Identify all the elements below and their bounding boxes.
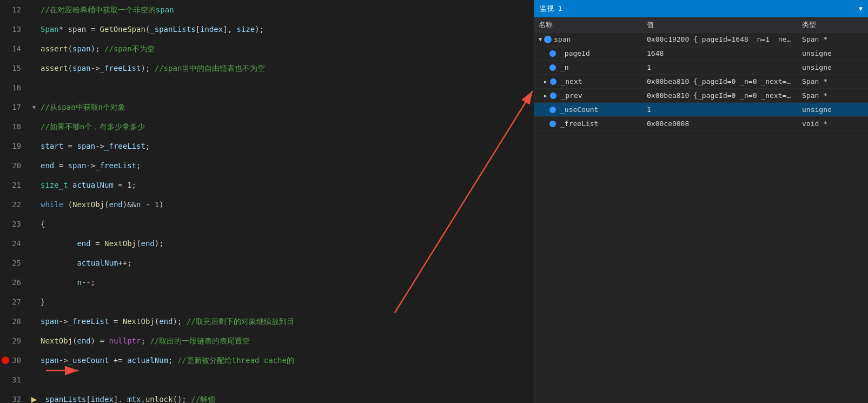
current-execution-arrow: ▶: [31, 394, 37, 403]
watch-row-prev-type: Span *: [798, 90, 868, 101]
dot-icon-prev: [550, 93, 556, 99]
watch-row-freeList-name: _freeList: [534, 118, 642, 129]
line-marker-17: ▼: [30, 104, 38, 111]
line-content-15: assert(span->_freeList); //span当中的自由链表也不…: [38, 58, 534, 78]
line-number-26: 26: [0, 278, 30, 287]
watch-row-span-name: ▼ span: [534, 34, 642, 44]
code-line-27: 27 }: [0, 292, 534, 312]
code-line-19: 19 start = span->_freeList;: [0, 136, 534, 156]
code-line-28: 28 span->_freeList = NextObj(end); //取完后…: [0, 312, 534, 331]
watch-row-prev[interactable]: ▶ _prev 0x00bea810 {_pageId=0 _n=0 _next…: [534, 89, 868, 103]
line-number-21: 21: [0, 181, 30, 189]
line-content-13: Span* span = GetOneSpan(_spanLists[index…: [38, 19, 534, 39]
line-number-23: 23: [0, 220, 30, 228]
code-editor: 12 //在对应哈希桶中获取一个非空的span 13 Span* span = …: [0, 0, 534, 403]
watch-col-name-header: 名称: [534, 18, 642, 32]
line-content-19: start = span->_freeList;: [38, 136, 534, 156]
line-content-28: span->_freeList = NextObj(end); //取完后剩下的…: [38, 312, 534, 331]
watch-row-next[interactable]: ▶ _next 0x00bea810 {_pageId=0 _n=0 _next…: [534, 75, 868, 89]
line-number-12: 12: [0, 5, 30, 14]
span-label: span: [554, 35, 571, 43]
code-line-16: 16: [0, 78, 534, 97]
line-content-25: actualNum++;: [38, 253, 534, 273]
watch-row-freeList[interactable]: _freeList 0x00ce0008 void *: [534, 117, 868, 131]
line-content-14: assert(span); //span不为空: [38, 39, 534, 58]
next-label: _next: [561, 77, 582, 85]
pageId-label: _pageId: [560, 49, 590, 57]
code-line-29: 29 NextObj(end) = nullptr; //取出的一段链表的表尾置…: [0, 331, 534, 351]
line-number-20: 20: [0, 161, 30, 170]
watch-row-n[interactable]: _n 1 unsigne: [534, 61, 868, 75]
watch-row-n-type: unsigne: [798, 62, 868, 72]
line-number-14: 14: [0, 44, 30, 53]
line-number-27: 27: [0, 298, 30, 306]
expand-icon-next[interactable]: ▶: [544, 79, 547, 84]
line-content-24: end = NextObj(end);: [38, 234, 534, 253]
line-number-31: 31: [0, 375, 30, 384]
code-line-17: 17 ▼ //从span中获取n个对象: [0, 97, 534, 117]
watch-row-span[interactable]: ▼ span 0x00c19200 {_pageId=1648 _n=1 _ne…: [534, 32, 868, 47]
line-number-22: 22: [0, 200, 30, 209]
freeList-label: _freeList: [560, 120, 598, 128]
code-lines: 12 //在对应哈希桶中获取一个非空的span 13 Span* span = …: [0, 0, 534, 403]
watch-row-freeList-val: 0x00ce0008: [642, 118, 798, 129]
line-number-19: 19: [0, 142, 30, 150]
watch-row-span-type: Span *: [798, 34, 868, 44]
line-number-28: 28: [0, 317, 30, 326]
watch-row-next-val: 0x00bea810 {_pageId=0 _n=0 _next=0x00c19…: [642, 76, 798, 87]
watch-row-pageId-val: 1648: [642, 48, 798, 58]
watch-panel-collapse[interactable]: ▼: [859, 5, 863, 12]
line-content-12: //在对应哈希桶中获取一个非空的span: [38, 0, 534, 19]
dot-icon-useCount: [549, 107, 556, 113]
watch-row-pageId-name: _pageId: [534, 48, 642, 58]
comment: //在对应哈希桶中获取一个非空的span: [41, 5, 174, 14]
dot-icon-freeList: [549, 121, 556, 127]
code-line-12: 12 //在对应哈希桶中获取一个非空的span: [0, 0, 534, 19]
line-number-17: 17: [0, 103, 30, 111]
code-line-25: 25 actualNum++;: [0, 253, 534, 273]
line-number-30: 30: [0, 356, 30, 365]
line-number-18: 18: [0, 122, 30, 131]
useCount-label: _useCount: [560, 105, 598, 114]
line-content-27: }: [38, 292, 534, 312]
line-content-30: span->_useCount += actualNum; //更新被分配给th…: [38, 351, 534, 370]
code-line-31: 31: [0, 370, 534, 389]
watch-panel: 监视 1 ▼ 名称 值 类型 ▼ span 0x00c19200 {_pageI…: [534, 0, 868, 403]
line-content-22: while (NextObj(end)&&n - 1): [38, 195, 534, 214]
watch-row-next-name: ▶ _next: [534, 76, 642, 87]
watch-column-headers: 名称 值 类型: [534, 17, 868, 32]
expand-icon-span[interactable]: ▼: [539, 36, 542, 42]
prev-label: _prev: [561, 91, 582, 100]
watch-col-val-header: 值: [642, 18, 798, 32]
line-content-17: //从span中获取n个对象: [38, 97, 534, 117]
watch-rows-container: ▼ span 0x00c19200 {_pageId=1648 _n=1 _ne…: [534, 32, 868, 403]
dot-icon-n: [549, 64, 556, 71]
line-number-29: 29: [0, 336, 30, 345]
watch-row-pageId[interactable]: _pageId 1648 unsigne: [534, 47, 868, 61]
code-line-26: 26 n--;: [0, 273, 534, 292]
line-number-15: 15: [0, 64, 30, 72]
watch-row-next-type: Span *: [798, 76, 868, 87]
code-line-23: 23 {: [0, 214, 534, 234]
dot-icon-next: [550, 78, 556, 85]
fold-icon-17[interactable]: ▼: [32, 104, 36, 111]
line-content-32: _spanLists[index]._mtx.unlock(); //解锁: [38, 389, 534, 403]
dot-icon-pageId: [549, 50, 556, 57]
line-content-21: size_t actualNum = 1;: [38, 175, 534, 195]
line-content-20: end = span->_freeList;: [38, 156, 534, 175]
code-line-21: 21 size_t actualNum = 1;: [0, 175, 534, 195]
watch-row-useCount-name: _useCount: [534, 104, 642, 115]
breakpoint-30: [2, 356, 9, 364]
line-number-13: 13: [0, 25, 30, 34]
expand-icon-prev[interactable]: ▶: [544, 93, 547, 98]
code-line-30: 30 span->_useCount += actualNum; //更新被分配…: [0, 351, 534, 370]
line-number-25: 25: [0, 259, 30, 267]
watch-row-pageId-type: unsigne: [798, 48, 868, 58]
watch-row-useCount-type: unsigne: [798, 104, 868, 115]
line-content-29: NextObj(end) = nullptr; //取出的一段链表的表尾置空: [38, 331, 534, 351]
line-number-32: 32: [0, 395, 30, 403]
watch-row-useCount[interactable]: _useCount 1 unsigne: [534, 103, 868, 117]
watch-panel-title: 监视 1: [540, 4, 562, 14]
code-line-20: 20 end = span->_freeList;: [0, 156, 534, 175]
watch-panel-header: 监视 1 ▼: [534, 0, 868, 17]
